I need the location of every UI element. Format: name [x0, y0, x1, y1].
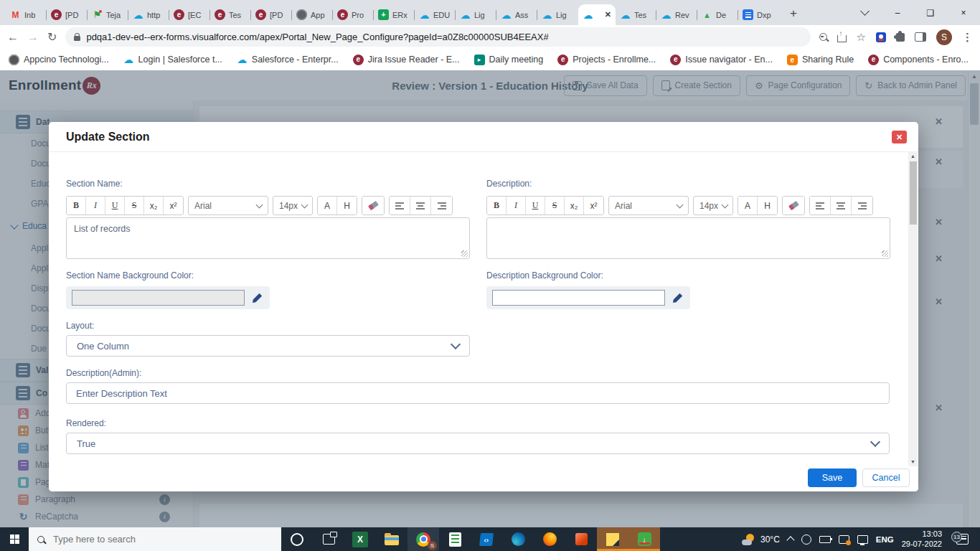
- align-right-button[interactable]: [852, 197, 872, 215]
- profile-avatar[interactable]: S: [936, 29, 952, 45]
- bookmark-item[interactable]: Issue navigator - En...: [670, 55, 773, 65]
- taskbar-app-button[interactable]: [344, 527, 376, 551]
- taskbar-app-button[interactable]: [597, 527, 628, 551]
- bookmark-star-icon[interactable]: ☆: [857, 31, 866, 44]
- underline-button[interactable]: U: [526, 197, 545, 215]
- cancel-button[interactable]: Cancel: [862, 468, 910, 487]
- url-text[interactable]: pdqa1-dev-ed--erx-forms.visualforce.com/…: [86, 32, 548, 42]
- description-textarea[interactable]: [486, 217, 890, 259]
- browser-tab[interactable]: Lig: [537, 4, 578, 25]
- scrollbar-down-arrow[interactable]: ▼: [908, 457, 918, 466]
- browser-tab[interactable]: ✕: [578, 4, 616, 25]
- taskbar-app-button[interactable]: [281, 527, 313, 551]
- browser-tab[interactable]: [PD: [251, 4, 292, 25]
- browser-tab[interactable]: ERx: [374, 4, 415, 25]
- align-center-button[interactable]: [410, 197, 431, 215]
- description-bg-color-swatch[interactable]: [492, 290, 665, 306]
- browser-tab[interactable]: Tes: [210, 4, 251, 25]
- browser-tab[interactable]: [EC: [169, 4, 210, 25]
- browser-tab[interactable]: Dxp: [738, 4, 779, 25]
- browser-tab[interactable]: Pro: [333, 4, 374, 25]
- strikethrough-button[interactable]: S: [125, 197, 144, 215]
- browser-tab[interactable]: Tes: [616, 4, 656, 25]
- layout-select[interactable]: One Column: [66, 335, 470, 357]
- font-color-button[interactable]: A: [318, 197, 337, 215]
- taskbar-app-button[interactable]: [565, 527, 597, 551]
- back-icon[interactable]: ←: [7, 32, 19, 43]
- rendered-select[interactable]: True: [66, 433, 890, 454]
- accessibility-extension-icon[interactable]: [876, 32, 886, 42]
- modal-close-button[interactable]: ✕: [892, 131, 907, 143]
- window-close-button[interactable]: ×: [947, 0, 980, 25]
- font-family-select[interactable]: Arial: [188, 196, 268, 215]
- description-admin-input[interactable]: [66, 382, 890, 404]
- taskbar-app-button[interactable]: [376, 527, 407, 551]
- browser-tab[interactable]: De: [697, 4, 738, 25]
- taskbar-clock[interactable]: 13:03 29-07-2022: [902, 529, 942, 550]
- action-center-button[interactable]: 13: [950, 534, 974, 545]
- bookmark-item[interactable]: Jira Issue Reader - E...: [353, 55, 460, 65]
- taskbar-app-button[interactable]: [313, 527, 344, 551]
- taskbar-app-button[interactable]: [439, 527, 471, 551]
- tray-notification-dot-icon[interactable]: [839, 535, 849, 544]
- edit-pencil-icon[interactable]: [672, 293, 683, 303]
- superscript-button[interactable]: x²: [164, 197, 183, 215]
- bookmark-item[interactable]: Sharing Rule: [787, 55, 854, 65]
- browser-tab[interactable]: App: [292, 4, 333, 25]
- extensions-puzzle-icon[interactable]: [896, 33, 905, 42]
- highlight-button[interactable]: H: [758, 197, 777, 215]
- window-minimize-button[interactable]: –: [881, 0, 914, 25]
- scrollbar-up-arrow[interactable]: ▲: [908, 151, 918, 161]
- align-left-button[interactable]: [390, 197, 410, 215]
- bookmark-item[interactable]: Daily meeting: [474, 55, 544, 65]
- search-input[interactable]: [52, 533, 273, 545]
- taskbar-app-button[interactable]: [502, 527, 534, 551]
- align-right-button[interactable]: [431, 197, 452, 215]
- edit-pencil-icon[interactable]: [252, 293, 263, 303]
- highlight-button[interactable]: H: [337, 197, 357, 215]
- subscript-button[interactable]: x₂: [144, 197, 164, 215]
- browser-tab[interactable]: Lig: [456, 4, 496, 25]
- taskbar-app-button[interactable]: [628, 527, 660, 551]
- underline-button[interactable]: U: [105, 197, 125, 215]
- bookmark-item[interactable]: Projects - Enrollme...: [557, 55, 656, 65]
- browser-tab[interactable]: Rev: [656, 4, 697, 25]
- reload-icon[interactable]: ↻: [47, 32, 57, 43]
- window-maximize-button[interactable]: ❑: [914, 0, 947, 25]
- battery-icon[interactable]: [819, 536, 831, 543]
- bookmark-item[interactable]: Appcino Technologi...: [9, 55, 109, 65]
- new-tab-button[interactable]: +: [783, 4, 804, 24]
- font-color-button[interactable]: A: [738, 197, 758, 215]
- tray-expand-chevron-icon[interactable]: [786, 536, 794, 544]
- tab-close-icon[interactable]: ✕: [605, 11, 611, 19]
- side-panel-icon[interactable]: [915, 32, 926, 42]
- align-left-button[interactable]: [810, 197, 831, 215]
- browser-tab[interactable]: Teja: [88, 4, 128, 25]
- browser-tab[interactable]: [PD: [47, 4, 88, 25]
- bold-button[interactable]: B: [67, 197, 86, 215]
- taskbar-search[interactable]: [29, 527, 281, 551]
- section-name-bg-color-swatch[interactable]: [72, 290, 245, 306]
- taskbar-app-button[interactable]: [534, 527, 565, 551]
- font-family-select[interactable]: Arial: [608, 196, 689, 215]
- network-icon[interactable]: [857, 535, 868, 544]
- remove-format-button[interactable]: [783, 197, 804, 215]
- font-size-select[interactable]: 14px: [273, 196, 313, 215]
- browser-menu-chevron-icon[interactable]: [848, 0, 881, 25]
- section-name-textarea[interactable]: List of records: [66, 217, 470, 259]
- align-center-button[interactable]: [831, 197, 852, 215]
- remove-format-button[interactable]: [362, 197, 384, 215]
- bookmark-item[interactable]: Login | Salesforce t...: [123, 55, 222, 65]
- subscript-button[interactable]: x₂: [565, 197, 584, 215]
- superscript-button[interactable]: x²: [584, 197, 603, 215]
- bold-button[interactable]: B: [487, 197, 507, 215]
- modal-scrollbar[interactable]: ▲ ▼: [908, 151, 918, 466]
- forward-icon[interactable]: →: [27, 32, 39, 43]
- browser-tab[interactable]: Inb: [6, 4, 47, 25]
- share-icon[interactable]: [837, 35, 847, 42]
- zoom-out-icon[interactable]: [819, 33, 827, 41]
- bookmark-item[interactable]: Salesforce - Enterpr...: [237, 55, 339, 65]
- browser-tab[interactable]: http: [128, 4, 169, 25]
- italic-button[interactable]: I: [507, 197, 526, 215]
- language-indicator[interactable]: ENG: [876, 535, 894, 544]
